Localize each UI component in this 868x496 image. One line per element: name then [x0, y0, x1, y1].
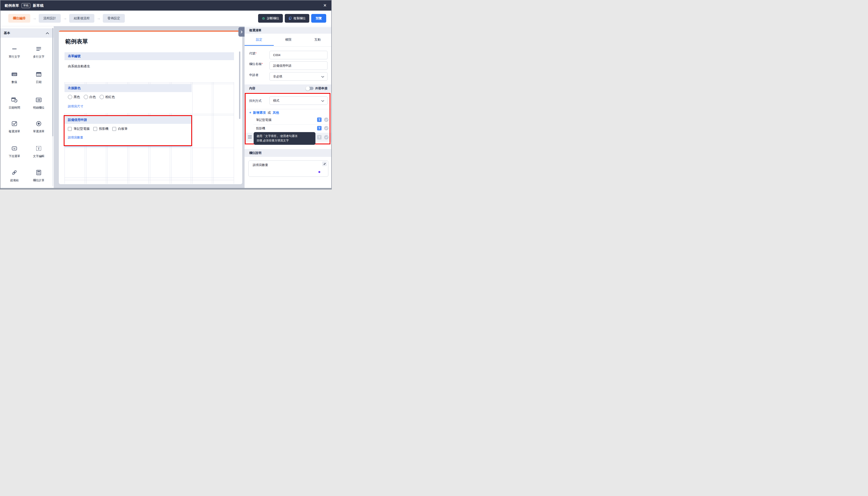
- section-title: 衣服顏色: [68, 86, 81, 90]
- step-field-layout[interactable]: 欄位編排: [8, 14, 30, 22]
- tab-permissions[interactable]: 權限: [274, 34, 303, 46]
- detail-field-icon: [35, 96, 42, 104]
- field-name-value: 設備借用申請: [273, 64, 291, 68]
- check-circle-icon[interactable]: [324, 118, 328, 122]
- sidebar-item-text-editor[interactable]: T 文字編輯: [26, 145, 51, 158]
- text-fill-icon[interactable]: T: [317, 126, 322, 130]
- window-title: 範例表單: [5, 3, 19, 8]
- section-body-text: 由系統自動產生: [68, 64, 90, 68]
- copy-icon: [288, 16, 292, 20]
- field-name-label: 欄位名稱*: [249, 62, 263, 66]
- checkbox-projector[interactable]: [93, 127, 97, 131]
- number-icon: 123: [11, 71, 18, 79]
- sidebar-item-radio-list[interactable]: 單選清單: [26, 120, 51, 133]
- form-section-form-number[interactable]: 表單編號 由系統自動產生: [65, 52, 234, 82]
- field-name-input[interactable]: 設備借用申請: [270, 61, 327, 70]
- sidebar-item-date[interactable]: 日期: [26, 71, 51, 84]
- tab-settings[interactable]: 設定: [244, 34, 274, 46]
- field-calc-icon: [35, 169, 42, 177]
- sidebar-item-label: 文字編輯: [26, 154, 51, 158]
- step-publish-settings[interactable]: 發佈設定: [103, 14, 125, 22]
- sidebar-item-label: 明細欄位: [26, 106, 51, 110]
- form-canvas-area: 範例表單 表單編號 由系統自動產生 衣服顏色: [54, 26, 244, 189]
- sidebar-item-datetime[interactable]: 日期時間: [2, 96, 27, 110]
- chevron-right-icon: [241, 30, 243, 33]
- number-badge-text: 123: [13, 73, 16, 76]
- grid-line: [65, 177, 234, 178]
- add-option-row: + 新增選項 或 其他: [249, 110, 279, 115]
- grid-line: [65, 180, 234, 180]
- code-field-label: 代號*: [249, 51, 257, 56]
- panel-collapse-button[interactable]: [238, 27, 244, 37]
- canvas-scrollbar[interactable]: [239, 51, 240, 119]
- sidebar-item-number[interactable]: 123 數值: [2, 71, 27, 84]
- text-fill-tooltip: 啟用「文字填答」:使用者勾選項 目後,必須在後方填寫文字: [254, 132, 316, 145]
- check-circle-icon[interactable]: [324, 126, 328, 130]
- sidebar-section-title: 基本: [4, 31, 10, 35]
- grid-line: [65, 84, 234, 84]
- step-toolbar: 欄位編排 → 流程設計 → 結案後流程 → 發佈設定 診斷欄位: [0, 11, 331, 26]
- option-row-projector[interactable]: 投影機 T: [244, 124, 332, 133]
- sidebar-item-field-calc[interactable]: 欄位計算: [26, 169, 51, 182]
- external-link-label: 外部串接: [315, 87, 327, 90]
- single-line-text-icon: [11, 45, 18, 53]
- fill-quantity-link[interactable]: 請填寫數量: [68, 136, 83, 140]
- drag-handle-icon[interactable]: [248, 136, 252, 138]
- drop-indicator-line: [65, 146, 191, 147]
- arrangement-label: 排列方式: [249, 99, 261, 103]
- other-option-link[interactable]: 其他: [273, 111, 279, 115]
- option-label: 筆記型電腦: [256, 118, 271, 122]
- sidebar-item-label: 單選清單: [26, 129, 51, 133]
- content-section-bar: 內容 外部串接: [244, 84, 332, 92]
- text-fill-icon[interactable]: T: [317, 118, 322, 122]
- form-section-clothing-color[interactable]: 衣服顏色 黑色 白色 粉紅色 請填寫尺寸: [65, 84, 192, 113]
- preview-button[interactable]: 預覽: [311, 14, 326, 22]
- fill-size-link[interactable]: 請填寫尺寸: [68, 104, 83, 108]
- radio-label: 白色: [90, 95, 96, 99]
- add-option-link[interactable]: 新增選項: [253, 111, 266, 115]
- diagnose-fields-button[interactable]: 診斷欄位: [258, 14, 283, 22]
- chevron-up-icon[interactable]: [46, 31, 49, 35]
- preview-label: 預覽: [316, 16, 322, 20]
- text-fill-icon-disabled[interactable]: T: [317, 135, 322, 140]
- radio-black[interactable]: [68, 95, 72, 99]
- dropdown-icon: [11, 145, 18, 153]
- code-value: C004: [273, 53, 280, 57]
- applicant-label: 申請者: [249, 73, 258, 77]
- radio-pink[interactable]: [100, 95, 104, 99]
- sidebar-item-multi-line-text[interactable]: 多行文字: [26, 45, 51, 59]
- checkbox-list-icon: [11, 120, 18, 128]
- tab-interaction[interactable]: 互動: [303, 34, 332, 46]
- form-builder-window: 範例表單 草稿 新草稿 ✕ 欄位編排 → 流程設計 → 結案後流程 → 發佈設定: [0, 0, 332, 189]
- checkbox-laptop[interactable]: [68, 127, 72, 131]
- sidebar-item-dropdown[interactable]: 下拉選單: [2, 145, 27, 158]
- external-link-toggle[interactable]: [307, 87, 314, 90]
- field-description-textarea[interactable]: 請填寫數量: [248, 160, 328, 177]
- code-input[interactable]: C004: [270, 51, 327, 59]
- step-post-close-process[interactable]: 結案後流程: [69, 14, 94, 22]
- step-process-design[interactable]: 流程設計: [39, 14, 61, 22]
- copy-fields-button[interactable]: 複製欄位: [285, 14, 309, 22]
- required-mark: *: [261, 62, 263, 66]
- sidebar-item-detail-field[interactable]: 明細欄位: [26, 96, 51, 110]
- option-row-laptop[interactable]: 筆記型電腦 T: [244, 116, 332, 124]
- multi-line-text-icon: [35, 45, 42, 53]
- radio-white[interactable]: [84, 95, 88, 99]
- sidebar-scrollbar[interactable]: [52, 28, 53, 136]
- expand-icon[interactable]: [322, 161, 327, 166]
- sidebar-item-hyperlink[interactable]: 超連結: [2, 169, 27, 182]
- close-icon[interactable]: ✕: [323, 3, 327, 8]
- toolbar-actions: 診斷欄位 複製欄位 預覽: [258, 14, 326, 22]
- radio-label: 粉紅色: [106, 95, 115, 99]
- sidebar-item-label: 多行文字: [26, 55, 51, 59]
- highlighted-section-equipment[interactable]: 設備借用申請 筆記型電腦 投影機 白板筆 請填寫數量: [64, 115, 192, 146]
- arrangement-select[interactable]: 橫式: [270, 96, 327, 105]
- sidebar-section-basic[interactable]: 基本: [0, 28, 54, 38]
- sidebar-item-label: 下拉選單: [2, 154, 27, 158]
- copy-fields-label: 複製欄位: [293, 16, 306, 20]
- applicant-select[interactable]: 非必填: [270, 72, 327, 81]
- sidebar-item-checkbox-list[interactable]: 複選清單: [2, 120, 27, 133]
- checkbox-whiteboard-pen[interactable]: [112, 127, 116, 131]
- sidebar-item-single-line-text[interactable]: 單行文字: [2, 45, 27, 59]
- check-circle-icon[interactable]: [324, 135, 328, 140]
